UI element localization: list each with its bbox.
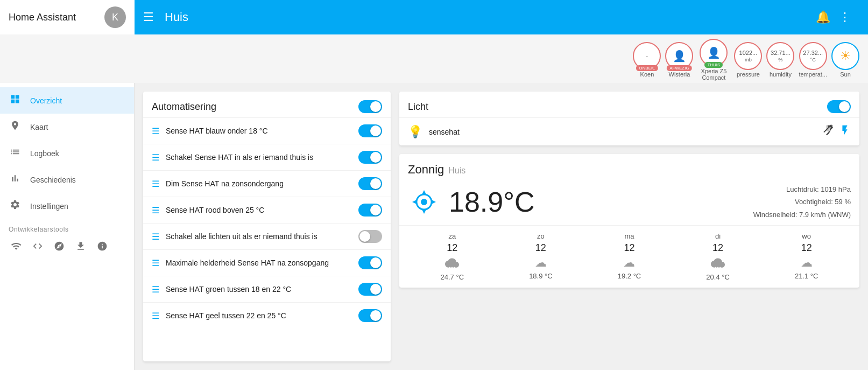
sidebar-item-instellingen[interactable]: Instellingen [0, 193, 134, 219]
automation-row-5: ☰ Maximale helderheid Sense HAT na zonso… [143, 249, 391, 276]
automation-label-4: Schakel alle lichten uit als er niemand … [166, 232, 352, 241]
topbar-title: Huis [165, 10, 188, 24]
person-icon-xperia: 👤 [707, 46, 721, 59]
status-circle-temperature: 27.32...°C [799, 42, 827, 70]
automation-row-4: ☰ Schakel alle lichten uit als er nieman… [143, 223, 391, 249]
info-dev-icon[interactable] [95, 241, 110, 254]
licht-master-toggle[interactable] [827, 100, 851, 113]
forecast-day-name-3: di [715, 232, 721, 240]
list-bullet-icon-5: ☰ [152, 258, 159, 268]
list-bullet-icon-6: ☰ [152, 284, 159, 295]
forecast-day-name-1: zo [537, 232, 545, 240]
automation-label-7: Sense HAT geel tussen 22 en 25 °C [166, 311, 352, 320]
automation-label-5: Maximale helderheid Sense HAT na zonsopg… [166, 259, 352, 267]
automation-toggle-7[interactable] [358, 309, 382, 322]
licht-actions [823, 124, 851, 139]
sidebar-item-geschiedenis[interactable]: Geschiedenis [0, 166, 134, 193]
status-badge-wisteria[interactable]: 👤 AFWEZIG Wisteria [665, 42, 693, 78]
svg-marker-2 [422, 210, 426, 214]
list-bullet-icon-7: ☰ [152, 311, 159, 321]
automation-label-6: Sense HAT groen tussen 18 en 22 °C [166, 285, 352, 294]
automation-toggle-6[interactable] [358, 283, 382, 296]
status-badge-temperature[interactable]: 27.32...°C temperat... [799, 42, 827, 78]
licht-card-header: Licht [399, 92, 859, 117]
automation-toggle-1[interactable] [358, 151, 382, 164]
badge-label-wisteria: Wisteria [669, 71, 690, 78]
forecast-temp-1: 18.9 °C [529, 272, 553, 280]
sidebar: Overzicht Kaart Logboek Geschiedenis Ins… [0, 83, 135, 370]
licht-item-name-0: sensehat [429, 128, 816, 136]
automation-card: Automatisering ☰ Sense HAT blauw onder 1… [143, 92, 391, 361]
right-panel: Licht 💡 sensehat [399, 92, 859, 361]
download-dev-icon[interactable] [73, 241, 88, 254]
automation-toggle-0[interactable] [358, 124, 382, 137]
status-badge-koen[interactable]: - ONBEK. Koen [633, 42, 661, 78]
automation-label-1: Schakel Sense HAT in als er iemand thuis… [166, 153, 352, 162]
automation-card-header: Automatisering [143, 92, 391, 117]
status-badge-xperia[interactable]: 👤 THUIS Xperia Z5 Compact [697, 39, 730, 81]
topbar-right: 🔔 ⋮ [816, 10, 859, 24]
forecast-day-0: za 12 24.7 °C [441, 232, 464, 281]
weather-main: 18.9°C Luchtdruk: 1019 hPa Vochtigheid: … [399, 179, 859, 225]
list-bullet-icon-1: ☰ [152, 152, 159, 163]
app-title: Home Assistant [9, 12, 76, 23]
weather-card: Zonnig Huis 18.9°C [399, 154, 859, 288]
sidebar-item-kaart[interactable]: Kaart [0, 114, 134, 140]
automation-label-0: Sense HAT blauw onder 18 °C [166, 127, 352, 135]
forecast-day-4: wo 12 ☁ 21.1 °C [795, 232, 818, 281]
svg-marker-3 [412, 200, 417, 204]
forecast-cloud-2: ☁ [623, 256, 635, 270]
licht-card: Licht 💡 sensehat [399, 92, 859, 145]
automation-row-7: ☰ Sense HAT geel tussen 22 en 25 °C [143, 302, 391, 329]
automation-master-toggle[interactable] [358, 100, 382, 113]
devtools-row [0, 236, 134, 259]
status-circle-pressure: 1022...mb [734, 42, 762, 70]
status-circle-wisteria: 👤 AFWEZIG [665, 42, 693, 70]
avatar[interactable]: K [104, 6, 126, 28]
sidebar-item-overzicht[interactable]: Overzicht [0, 87, 134, 114]
wifi-dev-icon[interactable] [9, 241, 24, 254]
status-badge-humidity[interactable]: 32.71...% humidity [766, 42, 794, 78]
topbar: Home Assistant K ☰ Huis 🔔 ⋮ [0, 0, 868, 34]
status-badge-pressure[interactable]: 1022...mb pressure [734, 42, 762, 78]
map-icon [9, 120, 22, 134]
flash-icon[interactable] [839, 124, 851, 139]
status-circle-koen: - ONBEK. [633, 42, 661, 70]
forecast-temp-0: 24.7 °C [441, 273, 464, 281]
sun-icon: ☀ [840, 49, 851, 63]
topbar-main: ☰ Huis 🔔 ⋮ [135, 0, 868, 34]
badge-label-koen: Koen [640, 71, 654, 78]
status-circle-sun: ☀ [831, 42, 859, 70]
sidebar-label-overzicht: Overzicht [30, 96, 62, 105]
automation-row-6: ☰ Sense HAT groen tussen 18 en 22 °C [143, 276, 391, 302]
sidebar-item-logboek[interactable]: Logboek [0, 140, 134, 166]
automation-toggle-2[interactable] [358, 177, 382, 190]
forecast-temp-2: 19.2 °C [618, 272, 641, 280]
licht-title: Licht [408, 101, 428, 113]
notification-icon[interactable]: 🔔 [816, 10, 830, 24]
automation-row-1: ☰ Schakel Sense HAT in als er iemand thu… [143, 144, 391, 170]
forecast-day-1: zo 12 ☁ 18.9 °C [529, 232, 553, 281]
forecast-day-num-3: 12 [712, 242, 723, 254]
code-dev-icon[interactable] [30, 241, 45, 254]
automation-label-2: Dim Sense HAT na zonsondergang [166, 179, 352, 188]
automation-label-3: Sense HAT rood boven 25 °C [166, 206, 352, 214]
weather-temp: 18.9°C [449, 186, 535, 218]
status-badge-sun[interactable]: ☀ Sun [831, 42, 859, 78]
forecast-row: za 12 24.7 °C zo 12 ☁ 18.9 °C [399, 225, 859, 288]
forecast-day-num-4: 12 [801, 242, 812, 254]
weather-sun-icon [408, 186, 440, 218]
more-options-icon[interactable]: ⋮ [839, 10, 851, 24]
badge-label-sun: Sun [840, 71, 851, 78]
automation-toggle-3[interactable] [358, 204, 382, 217]
list-bullet-icon-0: ☰ [152, 126, 159, 136]
automation-toggle-5[interactable] [358, 256, 382, 269]
forecast-day-name-4: wo [802, 232, 811, 240]
automation-toggle-4[interactable] [358, 230, 382, 243]
forecast-day-name-0: za [448, 232, 456, 240]
no-flash-icon[interactable] [823, 124, 835, 139]
status-circle-xperia: 👤 THUIS [700, 39, 728, 67]
hamburger-icon[interactable]: ☰ [143, 10, 154, 24]
forecast-cloud-4: ☁ [801, 256, 813, 270]
broadcast-dev-icon[interactable] [52, 241, 67, 254]
